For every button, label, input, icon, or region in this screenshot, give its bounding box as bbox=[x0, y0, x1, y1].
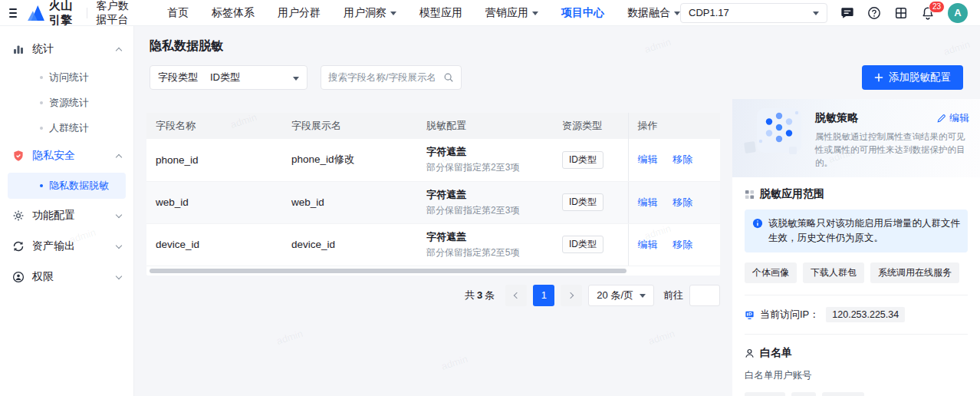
scope-tags: 个体画像 下载人群包 系统调用在线服务 bbox=[745, 262, 968, 283]
bullet-dot bbox=[40, 101, 43, 104]
sidebar-item-resource-stats[interactable]: 资源统计 bbox=[0, 90, 133, 115]
search-input[interactable] bbox=[328, 72, 443, 83]
sidebar-section-privacy[interactable]: 隐私安全 bbox=[0, 140, 133, 171]
sidebar: 统计 访问统计 资源统计 人群统计 隐私安全 隐私数 bbox=[0, 26, 134, 396]
scope-grid-icon bbox=[745, 190, 755, 200]
nav-tag-system[interactable]: 标签体系 bbox=[212, 6, 255, 20]
nav-user-segment[interactable]: 用户分群 bbox=[278, 6, 321, 20]
chevron-up-icon bbox=[116, 153, 122, 160]
ip-monitor-icon bbox=[745, 310, 755, 320]
scope-tag: 下载人群包 bbox=[803, 262, 864, 283]
next-page-button[interactable] bbox=[561, 285, 582, 306]
strategy-edit-link[interactable]: 编辑 bbox=[937, 111, 969, 125]
prev-page-button[interactable] bbox=[505, 285, 527, 306]
version-select[interactable]: CDP1.17 bbox=[680, 3, 827, 23]
edit-link[interactable]: 编辑 bbox=[638, 153, 658, 165]
user-avatar[interactable]: A bbox=[948, 3, 968, 23]
sidebar-section-label: 隐私安全 bbox=[32, 149, 75, 163]
panel-title: 脱敏策略 bbox=[815, 111, 858, 125]
sidebar-item-label: 人群统计 bbox=[49, 121, 89, 135]
chevron-right-icon bbox=[567, 292, 574, 298]
chevron-up-icon bbox=[116, 47, 122, 53]
cell-display-name: web_id bbox=[282, 181, 417, 223]
sidebar-item-visit-stats[interactable]: 访问统计 bbox=[0, 64, 133, 90]
masking-strategy-panel: 脱敏策略 编辑 属性脱敏通过控制属性查询结果的可见性或属性的可用性来达到数据保护… bbox=[732, 99, 980, 396]
divider bbox=[87, 8, 87, 18]
sidebar-section-features[interactable]: 功能配置 bbox=[0, 200, 133, 231]
page-title: 隐私数据脱敏 bbox=[150, 38, 980, 54]
info-alert: 该脱敏策略只对该功能启用后增量的人群文件生效，历史文件仍为原文。 bbox=[745, 210, 968, 252]
gear-icon bbox=[12, 210, 25, 222]
cell-mask-config: 字符遮盖 部分保留指定第2至3项 bbox=[417, 139, 553, 181]
chevron-down-icon bbox=[390, 12, 396, 15]
filter-value: ID类型 bbox=[210, 71, 240, 84]
bullet-dot bbox=[40, 127, 43, 130]
field-type-select[interactable]: 字段类型 ID类型 bbox=[150, 65, 307, 90]
chevron-left-icon bbox=[514, 292, 520, 298]
goto-page-input[interactable] bbox=[689, 285, 720, 306]
cell-resource-type: ID类型 bbox=[553, 181, 628, 223]
nav-marketing-app[interactable]: 营销应用 bbox=[485, 6, 538, 20]
cell-actions: 编辑 移除 bbox=[628, 139, 720, 181]
notification-badge: 23 bbox=[929, 1, 945, 13]
hamburger-menu-icon[interactable] bbox=[9, 8, 17, 18]
sidebar-section-label: 功能配置 bbox=[32, 209, 75, 223]
user-permission-icon bbox=[12, 271, 25, 283]
cell-display-name: device_id bbox=[282, 223, 417, 266]
privacy-shield-icon bbox=[12, 150, 25, 162]
sidebar-section-label: 权限 bbox=[32, 270, 54, 284]
sidebar-item-audience-stats[interactable]: 人群统计 bbox=[0, 115, 133, 140]
sidebar-item-label: 隐私数据脱敏 bbox=[49, 179, 109, 193]
remove-link[interactable]: 移除 bbox=[673, 153, 692, 165]
scope-section-title: 脱敏应用范围 bbox=[745, 187, 968, 201]
sidebar-item-privacy-masking[interactable]: 隐私数据脱敏 bbox=[8, 173, 126, 199]
table-area: 字段名称 字段展示名 脱敏配置 资源类型 操作 phone_id bbox=[134, 99, 732, 396]
main-content: 隐私数据脱敏 字段类型 ID类型 添加脱敏配置 bbox=[134, 26, 980, 396]
add-masking-config-button[interactable]: 添加脱敏配置 bbox=[862, 65, 963, 90]
col-actions: 操作 bbox=[628, 113, 720, 139]
page-number-1[interactable]: 1 bbox=[533, 285, 554, 306]
whitelist-subtitle: 白名单用户账号 bbox=[745, 369, 968, 382]
chevron-down-icon bbox=[116, 212, 122, 218]
ip-label: 当前访问IP： bbox=[760, 308, 819, 322]
edit-link[interactable]: 编辑 bbox=[638, 239, 658, 250]
message-icon[interactable] bbox=[840, 6, 854, 20]
alert-text: 该脱敏策略只对该功能启用后增量的人群文件生效，历史文件仍为原文。 bbox=[768, 216, 960, 246]
nav-data-fusion[interactable]: 数据融合 bbox=[627, 6, 680, 20]
current-ip-row: 当前访问IP： 120.253.225.34 bbox=[745, 307, 968, 322]
page-size-select[interactable]: 20 条/页 bbox=[588, 285, 654, 306]
remove-link[interactable]: 移除 bbox=[673, 196, 692, 208]
sidebar-section-stats[interactable]: 统计 bbox=[0, 34, 133, 64]
nav-model-app[interactable]: 模型应用 bbox=[419, 6, 462, 20]
whitelist-tag: zh bbox=[791, 392, 817, 396]
chevron-down-icon bbox=[640, 294, 646, 298]
ip-value: 120.253.225.34 bbox=[826, 307, 905, 322]
sidebar-section-assets[interactable]: 资产输出 bbox=[0, 231, 133, 262]
divider bbox=[745, 334, 968, 335]
table-row: device_id device_id 字符遮盖 部分保留指定第2至5项 ID类… bbox=[146, 223, 720, 266]
nav-user-insight[interactable]: 用户洞察 bbox=[344, 6, 396, 20]
cell-resource-type: ID类型 bbox=[553, 223, 628, 266]
remove-link[interactable]: 移除 bbox=[673, 239, 692, 250]
chevron-down-icon bbox=[116, 243, 122, 249]
goto-label: 前往 bbox=[663, 289, 683, 302]
total-count: 共3条 bbox=[465, 289, 495, 302]
sidebar-section-label: 资产输出 bbox=[32, 239, 75, 253]
table-row: web_id web_id 字符遮盖 部分保留指定第2至3项 ID类型 编辑 bbox=[146, 181, 720, 223]
cell-mask-config: 字符遮盖 部分保留指定第2至5项 bbox=[417, 223, 553, 266]
help-icon[interactable] bbox=[867, 6, 881, 20]
masking-strategy-illustration bbox=[735, 105, 809, 163]
topbar-right: CDP1.17 23 A bbox=[680, 3, 968, 23]
nav-project-center[interactable]: 项目中心 bbox=[561, 6, 604, 20]
panel-header: 脱敏策略 编辑 属性脱敏通过控制属性查询结果的可见性或属性的可用性来达到数据保护… bbox=[732, 99, 980, 177]
edit-link[interactable]: 编辑 bbox=[638, 196, 658, 208]
sidebar-section-permissions[interactable]: 权限 bbox=[0, 262, 133, 292]
notification-bell-icon[interactable]: 23 bbox=[921, 6, 935, 20]
volcano-engine-logo-icon bbox=[28, 5, 44, 21]
horizontal-scrollbar[interactable] bbox=[150, 269, 626, 273]
nav-home[interactable]: 首页 bbox=[167, 6, 189, 20]
horizontal-scrollbar-track bbox=[146, 266, 720, 276]
info-icon bbox=[752, 218, 763, 229]
col-resource-type: 资源类型 bbox=[553, 113, 628, 139]
apps-grid-icon[interactable] bbox=[894, 6, 908, 20]
